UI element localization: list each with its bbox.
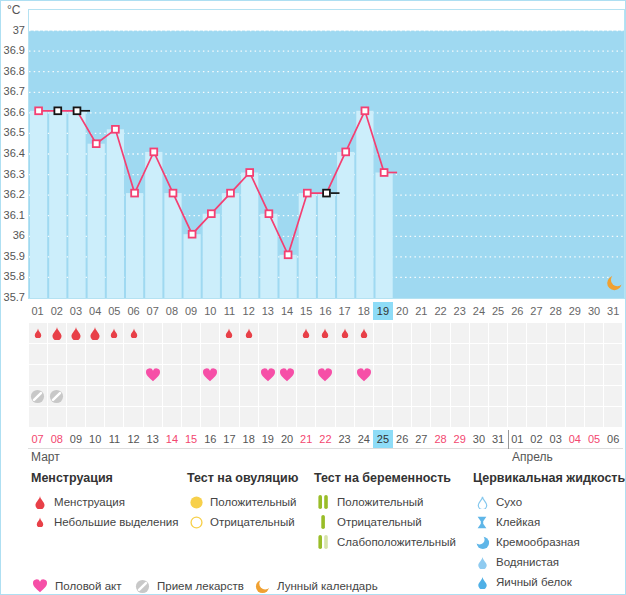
cycle-day-05[interactable]: 05 (105, 302, 124, 320)
ovulation-test-row-cell[interactable] (566, 344, 584, 364)
cycle-day-03[interactable]: 03 (66, 302, 85, 320)
menstruation-row-cell[interactable] (297, 323, 315, 343)
ovulation-test-row-cell[interactable] (316, 344, 334, 364)
date-Март-13[interactable]: 13 (143, 430, 162, 448)
medication-row-cell[interactable] (182, 386, 200, 406)
cycle-day-11[interactable]: 11 (220, 302, 239, 320)
menstruation-row-cell[interactable] (144, 323, 162, 343)
ovulation-test-row-cell[interactable] (220, 344, 238, 364)
cycle-day-17[interactable]: 17 (335, 302, 354, 320)
cycle-day-24[interactable]: 24 (469, 302, 488, 320)
medication-row-cell[interactable] (431, 386, 449, 406)
intercourse-row-cell[interactable] (201, 365, 219, 385)
ovulation-test-row-cell[interactable] (374, 344, 392, 364)
date-Март-12[interactable]: 12 (124, 430, 143, 448)
cycle-day-27[interactable]: 27 (527, 302, 546, 320)
ovulation-test-row-cell[interactable] (124, 344, 142, 364)
cycle-day-19[interactable]: 19 (373, 302, 392, 320)
date-Март-27[interactable]: 27 (412, 430, 431, 448)
medication-row-cell[interactable] (374, 386, 392, 406)
menstruation-row-cell[interactable] (508, 323, 526, 343)
medication-row-cell[interactable] (585, 386, 603, 406)
cervical-fluid-row-cell[interactable] (259, 407, 277, 427)
date-Апрель-05[interactable]: 05 (584, 430, 603, 448)
cycle-day-02[interactable]: 02 (47, 302, 66, 320)
cervical-fluid-row-cell[interactable] (374, 407, 392, 427)
intercourse-row-cell[interactable] (29, 365, 47, 385)
date-Март-17[interactable]: 17 (220, 430, 239, 448)
cervical-fluid-row-cell[interactable] (355, 407, 373, 427)
date-Март-24[interactable]: 24 (354, 430, 373, 448)
intercourse-row-cell[interactable] (566, 365, 584, 385)
ovulation-test-row-cell[interactable] (336, 344, 354, 364)
menstruation-row-cell[interactable] (355, 323, 373, 343)
cycle-day-21[interactable]: 21 (412, 302, 431, 320)
menstruation-row-cell[interactable] (489, 323, 507, 343)
cycle-day-23[interactable]: 23 (450, 302, 469, 320)
medication-row-cell[interactable] (124, 386, 142, 406)
intercourse-row-cell[interactable] (163, 365, 181, 385)
medication-row-cell[interactable] (163, 386, 181, 406)
date-Март-28[interactable]: 28 (431, 430, 450, 448)
cervical-fluid-row-cell[interactable] (566, 407, 584, 427)
menstruation-row-cell[interactable] (259, 323, 277, 343)
menstruation-row-cell[interactable] (470, 323, 488, 343)
menstruation-row-cell[interactable] (566, 323, 584, 343)
ovulation-test-row-cell[interactable] (67, 344, 85, 364)
cervical-fluid-row-cell[interactable] (105, 407, 123, 427)
ovulation-test-row-cell[interactable] (431, 344, 449, 364)
medication-row-cell[interactable] (144, 386, 162, 406)
ovulation-test-row-cell[interactable] (355, 344, 373, 364)
intercourse-row-cell[interactable] (220, 365, 238, 385)
medication-row-cell[interactable] (489, 386, 507, 406)
menstruation-row-cell[interactable] (29, 323, 47, 343)
ovulation-test-row-cell[interactable] (489, 344, 507, 364)
intercourse-row-cell[interactable] (547, 365, 565, 385)
intercourse-row-cell[interactable] (259, 365, 277, 385)
medication-row-cell[interactable] (451, 386, 469, 406)
cycle-day-10[interactable]: 10 (201, 302, 220, 320)
menstruation-row-cell[interactable] (220, 323, 238, 343)
temperature-chart[interactable] (29, 10, 624, 298)
cycle-day-09[interactable]: 09 (182, 302, 201, 320)
ovulation-test-row-cell[interactable] (547, 344, 565, 364)
cycle-day-06[interactable]: 06 (124, 302, 143, 320)
menstruation-row-cell[interactable] (336, 323, 354, 343)
date-Март-30[interactable]: 30 (469, 430, 488, 448)
menstruation-row-cell[interactable] (604, 323, 622, 343)
ovulation-test-row-cell[interactable] (604, 344, 622, 364)
medication-row-cell[interactable] (566, 386, 584, 406)
cycle-day-22[interactable]: 22 (431, 302, 450, 320)
medication-row-cell[interactable] (240, 386, 258, 406)
menstruation-row-cell[interactable] (316, 323, 334, 343)
cervical-fluid-row-cell[interactable] (29, 407, 47, 427)
menstruation-row-cell[interactable] (163, 323, 181, 343)
intercourse-row-cell[interactable] (431, 365, 449, 385)
medication-row-cell[interactable] (297, 386, 315, 406)
menstruation-row-cell[interactable] (86, 323, 104, 343)
cervical-fluid-row-cell[interactable] (124, 407, 142, 427)
ovulation-test-row-cell[interactable] (144, 344, 162, 364)
ovulation-test-row-cell[interactable] (201, 344, 219, 364)
intercourse-row-cell[interactable] (527, 365, 545, 385)
cycle-day-04[interactable]: 04 (86, 302, 105, 320)
ovulation-test-row-cell[interactable] (182, 344, 200, 364)
ovulation-test-row-cell[interactable] (508, 344, 526, 364)
date-Март-22[interactable]: 22 (316, 430, 335, 448)
ovulation-test-row-cell[interactable] (278, 344, 296, 364)
date-Март-16[interactable]: 16 (201, 430, 220, 448)
cycle-day-15[interactable]: 15 (297, 302, 316, 320)
intercourse-row-cell[interactable] (144, 365, 162, 385)
ovulation-test-row-cell[interactable] (29, 344, 47, 364)
cervical-fluid-row-cell[interactable] (527, 407, 545, 427)
cycle-day-28[interactable]: 28 (546, 302, 565, 320)
medication-row-cell[interactable] (105, 386, 123, 406)
intercourse-row-cell[interactable] (412, 365, 430, 385)
cycle-day-12[interactable]: 12 (239, 302, 258, 320)
medication-row-cell[interactable] (67, 386, 85, 406)
menstruation-row-cell[interactable] (278, 323, 296, 343)
cervical-fluid-row-cell[interactable] (316, 407, 334, 427)
cervical-fluid-row-cell[interactable] (585, 407, 603, 427)
medication-row-cell[interactable] (29, 386, 47, 406)
intercourse-row-cell[interactable] (278, 365, 296, 385)
